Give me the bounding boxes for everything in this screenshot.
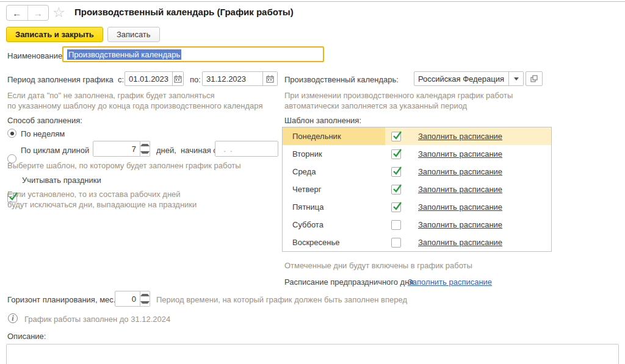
- combo-dropdown-button[interactable]: [508, 72, 523, 85]
- fill-schedule-link[interactable]: Заполнить расписание: [418, 167, 502, 176]
- calendar-icon: [174, 75, 182, 83]
- table-row-sunday[interactable]: Воскресенье Заполнить расписание: [283, 234, 551, 251]
- prod-calendar-hint: При изменении производственного календар…: [284, 90, 513, 111]
- period-from-input[interactable]: 01.01.2023: [125, 71, 184, 86]
- period-to-input[interactable]: 31.12.2023: [202, 71, 278, 86]
- calendar-icon: [266, 75, 274, 83]
- period-hint: Если дата "по" не заполнена, график буде…: [7, 90, 262, 111]
- table-row-tuesday[interactable]: Вторник Заполнить расписание: [283, 145, 551, 163]
- radio-by-weeks-label: По неделям: [21, 129, 65, 138]
- fill-schedule-link[interactable]: Заполнить расписание: [418, 132, 502, 141]
- cycle-length-stepper[interactable]: [140, 141, 150, 157]
- radio-by-weeks[interactable]: [7, 129, 16, 138]
- favorite-star-icon[interactable]: ☆: [52, 4, 65, 21]
- day-checkbox[interactable]: [391, 220, 401, 230]
- preholiday-label: Расписание предпраздничного дня:: [284, 277, 416, 287]
- day-checkbox[interactable]: [391, 202, 401, 212]
- save-and-close-button[interactable]: Записать и закрыть: [6, 27, 103, 42]
- horizon-label: Горизонт планирования, мес.:: [7, 295, 118, 304]
- template-hint: Отмеченные дни будут включены в график р…: [284, 261, 472, 270]
- name-input-value: Производственный календарь: [67, 49, 181, 60]
- period-to-label: по:: [190, 75, 201, 84]
- status-text: График работы заполнен до 31.12.2024: [24, 315, 170, 324]
- calendar-picker-button[interactable]: [172, 72, 183, 85]
- period-label: Период заполнения графика с:: [7, 75, 124, 84]
- open-calendar-button[interactable]: [526, 71, 543, 86]
- open-item-icon: [530, 75, 538, 82]
- fill-method-label: Способ заполнения:: [7, 116, 82, 125]
- checkmark-icon: [392, 130, 402, 140]
- table-row-friday[interactable]: Пятница Заполнить расписание: [283, 198, 551, 216]
- name-input[interactable]: Производственный календарь: [62, 46, 324, 62]
- day-checkbox[interactable]: [391, 185, 401, 194]
- stepper-down-icon[interactable]: [140, 299, 150, 306]
- fill-schedule-link[interactable]: Заполнить расписание: [418, 238, 502, 247]
- table-row-monday[interactable]: Понедельник Заполнить расписание: [283, 127, 551, 145]
- template-label: Шаблон заполнения:: [284, 116, 361, 125]
- prod-calendar-label: Производственный календарь:: [284, 75, 399, 84]
- week-template-table: Понедельник Заполнить расписание Вторник…: [282, 127, 552, 252]
- fill-schedule-link[interactable]: Заполнить расписание: [418, 149, 502, 159]
- back-button[interactable]: ←: [7, 5, 28, 20]
- stepper-up-icon[interactable]: [140, 291, 150, 299]
- cycle-suffix-label: дней, начиная с:: [156, 146, 219, 155]
- checkmark-icon: [392, 184, 402, 193]
- chevron-down-icon: [514, 77, 519, 80]
- description-textarea[interactable]: [6, 344, 619, 364]
- table-row-wednesday[interactable]: Среда Заполнить расписание: [283, 163, 551, 180]
- horizon-hint: Период времени, на который график должен…: [156, 295, 407, 304]
- checkmark-icon: [392, 166, 402, 176]
- stepper-up-icon[interactable]: [140, 141, 150, 149]
- stepper-down-icon[interactable]: [140, 149, 150, 156]
- table-row-saturday[interactable]: Суббота Заполнить расписание: [283, 216, 551, 234]
- calendar-picker-button[interactable]: [262, 72, 277, 85]
- prod-calendar-combobox[interactable]: Российская Федерация: [414, 71, 524, 86]
- history-nav: ← →: [6, 5, 49, 21]
- work-schedule-form: ← → ☆ Производственный календарь (График…: [0, 0, 625, 364]
- day-checkbox[interactable]: [391, 149, 401, 159]
- page-title: Производственный календарь (График работ…: [74, 7, 294, 17]
- holidays-hint: Если установлено, то из состава рабочих …: [7, 189, 197, 210]
- cycle-length-input[interactable]: 7: [93, 141, 140, 157]
- fill-schedule-link[interactable]: Заполнить расписание: [418, 185, 502, 194]
- fill-schedule-link[interactable]: Заполнить расписание: [418, 220, 502, 229]
- day-checkbox[interactable]: [391, 238, 401, 248]
- day-checkbox[interactable]: [391, 167, 401, 177]
- table-row-thursday[interactable]: Четверг Заполнить расписание: [283, 180, 551, 198]
- checkmark-icon: [392, 201, 402, 211]
- consider-holidays-label: Учитывать праздники: [22, 176, 101, 185]
- horizon-input[interactable]: 0: [115, 291, 140, 307]
- cycle-start-date-input[interactable]: . .: [215, 141, 278, 157]
- description-label: Описание:: [7, 332, 46, 341]
- fill-method-hint: Выберите шаблон, по которому будет запол…: [7, 161, 241, 170]
- save-button[interactable]: Записать: [107, 27, 160, 42]
- radio-by-cycles-label: По циклам длиной: [21, 146, 89, 155]
- info-icon: i: [8, 313, 18, 323]
- horizon-stepper[interactable]: [140, 291, 150, 307]
- day-checkbox[interactable]: [391, 132, 401, 141]
- forward-button[interactable]: →: [28, 5, 49, 20]
- name-label: Наименование:: [7, 51, 65, 60]
- checkmark-icon: [392, 148, 402, 158]
- window-top-border: [0, 1, 625, 2]
- fill-schedule-link[interactable]: Заполнить расписание: [418, 202, 502, 212]
- preholiday-fill-schedule-link[interactable]: Заполнить расписание: [408, 277, 492, 287]
